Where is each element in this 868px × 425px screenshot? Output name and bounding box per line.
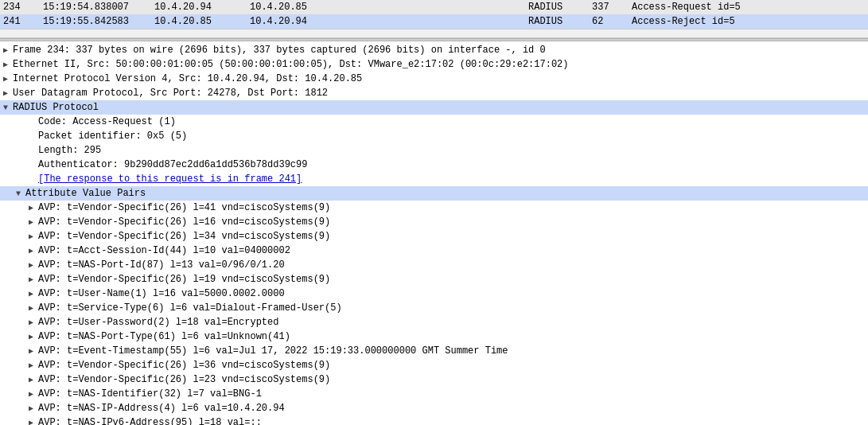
detail-line[interactable]: ▶AVP: t=Vendor-Specific(26) l=23 vnd=cis… — [0, 372, 868, 387]
detail-text: AVP: t=Vendor-Specific(26) l=19 vnd=cisc… — [38, 274, 330, 285]
detail-line[interactable]: ▶AVP: t=Vendor-Specific(26) l=36 vnd=cis… — [0, 358, 868, 372]
detail-line[interactable]: ▶User Datagram Protocol, Src Port: 24278… — [0, 86, 868, 100]
detail-text: Internet Protocol Version 4, Src: 10.4.2… — [13, 73, 362, 84]
radius-section-header[interactable]: ▼ RADIUS Protocol — [0, 100, 868, 115]
detail-line: [The response to this request is in fram… — [0, 172, 868, 186]
collapse-arrow-icon: ▶ — [29, 346, 38, 356]
detail-text: AVP: t=Acct-Session-Id(44) l=10 val=0400… — [38, 245, 290, 256]
detail-text: Packet identifier: 0x5 (5) — [38, 131, 187, 142]
collapse-arrow-icon: ▶ — [29, 418, 38, 425]
collapse-arrow-icon: ▶ — [29, 404, 38, 413]
packet-no: 234 — [0, 0, 40, 14]
detail-text: Frame 234: 337 bytes on wire (2696 bits)… — [13, 45, 546, 56]
detail-text: AVP: t=Vendor-Specific(26) l=34 vnd=cisc… — [38, 231, 330, 242]
collapse-arrow-icon: ▶ — [29, 389, 38, 399]
detail-line: Code: Access-Request (1) — [0, 115, 868, 129]
detail-line[interactable]: ▼Attribute Value Pairs — [0, 186, 868, 201]
detail-text: Length: 295 — [38, 145, 101, 156]
detail-text: AVP: t=NAS-Port-Type(61) l=6 val=Unknown… — [38, 331, 290, 342]
packet-dst: 10.4.20.85 — [247, 0, 525, 14]
detail-text: Attribute Value Pairs — [25, 188, 146, 199]
packet-src: 10.4.20.85 — [151, 14, 247, 29]
collapse-arrow-icon: ▶ — [29, 203, 38, 212]
detail-text: AVP: t=Event-Timestamp(55) l=6 val=Jul 1… — [38, 345, 508, 357]
detail-line[interactable]: ▶Frame 234: 337 bytes on wire (2696 bits… — [0, 43, 868, 57]
detail-line[interactable]: ▶AVP: t=NAS-Port-Type(61) l=6 val=Unknow… — [0, 329, 868, 344]
collapse-arrow-icon: ▶ — [29, 375, 38, 384]
detail-line[interactable]: ▶AVP: t=NAS-Identifier(32) l=7 val=BNG-1 — [0, 387, 868, 401]
collapse-arrow-icon: ▶ — [29, 361, 38, 370]
detail-text: AVP: t=Vendor-Specific(26) l=41 vnd=cisc… — [38, 202, 330, 213]
detail-line[interactable]: ▶AVP: t=Vendor-Specific(26) l=19 vnd=cis… — [0, 272, 868, 287]
packet-time: 15:19:54.838007 — [40, 0, 151, 14]
collapse-arrow-icon: ▼ — [3, 103, 13, 112]
collapse-arrow-icon: ▶ — [29, 318, 38, 327]
packet-protocol: RADIUS — [525, 14, 589, 29]
collapse-arrow-icon: ▶ — [3, 74, 13, 84]
packet-protocol: RADIUS — [525, 0, 589, 14]
packet-src: 10.4.20.94 — [151, 0, 247, 14]
table-row[interactable]: 234 15:19:54.838007 10.4.20.94 10.4.20.8… — [0, 0, 868, 14]
collapse-arrow-icon: ▶ — [3, 60, 13, 69]
collapse-arrow-icon: ▶ — [29, 260, 38, 270]
horizontal-scrollbar[interactable] — [0, 29, 868, 38]
detail-text: AVP: t=Vendor-Specific(26) l=23 vnd=cisc… — [38, 374, 330, 385]
packet-no: 241 — [0, 14, 40, 29]
detail-line[interactable]: ▶Ethernet II, Src: 50:00:00:01:00:05 (50… — [0, 57, 868, 72]
detail-text: [The response to this request is in fram… — [38, 174, 302, 185]
collapse-arrow-icon: ▶ — [29, 303, 38, 313]
detail-panel: ▶Frame 234: 337 bytes on wire (2696 bits… — [0, 41, 868, 425]
detail-text: Code: Access-Request (1) — [38, 116, 176, 127]
packet-length: 337 — [589, 0, 629, 14]
detail-text: AVP: t=Vendor-Specific(26) l=16 vnd=cisc… — [38, 216, 330, 228]
detail-text: AVP: t=Vendor-Specific(26) l=36 vnd=cisc… — [38, 360, 330, 371]
detail-line: Authenticator: 9b290dd87ec2dd6a1dd536b78… — [0, 158, 868, 172]
collapse-arrow-icon: ▶ — [29, 246, 38, 255]
detail-text: AVP: t=User-Password(2) l=18 val=Encrypt… — [38, 317, 278, 328]
detail-line[interactable]: ▶AVP: t=NAS-IP-Address(4) l=6 val=10.4.2… — [0, 401, 868, 415]
detail-line[interactable]: ▶AVP: t=NAS-IPv6-Address(95) l=18 val=:: — [0, 415, 868, 425]
packet-dst: 10.4.20.94 — [247, 14, 525, 29]
detail-line[interactable]: ▶AVP: t=User-Password(2) l=18 val=Encryp… — [0, 315, 868, 329]
detail-text: AVP: t=NAS-IPv6-Address(95) l=18 val=:: — [38, 417, 262, 425]
detail-text: AVP: t=NAS-Port-Id(87) l=13 val=0/96/0/1… — [38, 259, 285, 271]
collapse-arrow-icon: ▶ — [3, 88, 13, 98]
detail-text: AVP: t=NAS-IP-Address(4) l=6 val=10.4.20… — [38, 403, 285, 414]
detail-text: AVP: t=Service-Type(6) l=6 val=Dialout-F… — [38, 302, 342, 314]
packet-length: 62 — [589, 14, 629, 29]
detail-line[interactable]: ▶AVP: t=User-Name(1) l=16 val=5000.0002.… — [0, 287, 868, 301]
collapse-arrow-icon: ▶ — [29, 289, 38, 298]
collapse-arrow-icon: ▶ — [29, 332, 38, 341]
detail-line[interactable]: ▶AVP: t=Service-Type(6) l=6 val=Dialout-… — [0, 301, 868, 315]
packet-info: Access-Request id=5 — [629, 0, 868, 14]
detail-line: Packet identifier: 0x5 (5) — [0, 129, 868, 143]
detail-line[interactable]: ▶AVP: t=Vendor-Specific(26) l=41 vnd=cis… — [0, 201, 868, 215]
detail-line[interactable]: ▶AVP: t=Event-Timestamp(55) l=6 val=Jul … — [0, 344, 868, 358]
collapse-arrow-icon: ▼ — [16, 189, 25, 198]
packet-info: Access-Reject id=5 — [629, 14, 868, 29]
detail-line[interactable]: ▶AVP: t=Acct-Session-Id(44) l=10 val=040… — [0, 244, 868, 258]
table-row[interactable]: 241 15:19:55.842583 10.4.20.85 10.4.20.9… — [0, 14, 868, 29]
detail-text: Authenticator: 9b290dd87ec2dd6a1dd536b78… — [38, 159, 307, 170]
radius-label: RADIUS Protocol — [13, 102, 99, 113]
detail-text: AVP: t=User-Name(1) l=16 val=5000.0002.0… — [38, 288, 285, 299]
detail-line[interactable]: ▶AVP: t=NAS-Port-Id(87) l=13 val=0/96/0/… — [0, 258, 868, 272]
collapse-arrow-icon: ▶ — [29, 232, 38, 241]
collapse-arrow-icon: ▶ — [29, 275, 38, 284]
collapse-arrow-icon: ▶ — [29, 217, 38, 227]
detail-line[interactable]: ▶AVP: t=Vendor-Specific(26) l=16 vnd=cis… — [0, 215, 868, 229]
detail-line[interactable]: ▶AVP: t=Vendor-Specific(26) l=34 vnd=cis… — [0, 229, 868, 244]
collapse-arrow-icon: ▶ — [3, 45, 13, 55]
packet-table: 234 15:19:54.838007 10.4.20.94 10.4.20.8… — [0, 0, 868, 29]
detail-line[interactable]: ▶Internet Protocol Version 4, Src: 10.4.… — [0, 72, 868, 86]
detail-text: Ethernet II, Src: 50:00:00:01:00:05 (50:… — [13, 59, 569, 70]
detail-line: Length: 295 — [0, 143, 868, 158]
detail-text: User Datagram Protocol, Src Port: 24278,… — [13, 88, 328, 99]
detail-text: AVP: t=NAS-Identifier(32) l=7 val=BNG-1 — [38, 388, 262, 400]
packet-time: 15:19:55.842583 — [40, 14, 151, 29]
